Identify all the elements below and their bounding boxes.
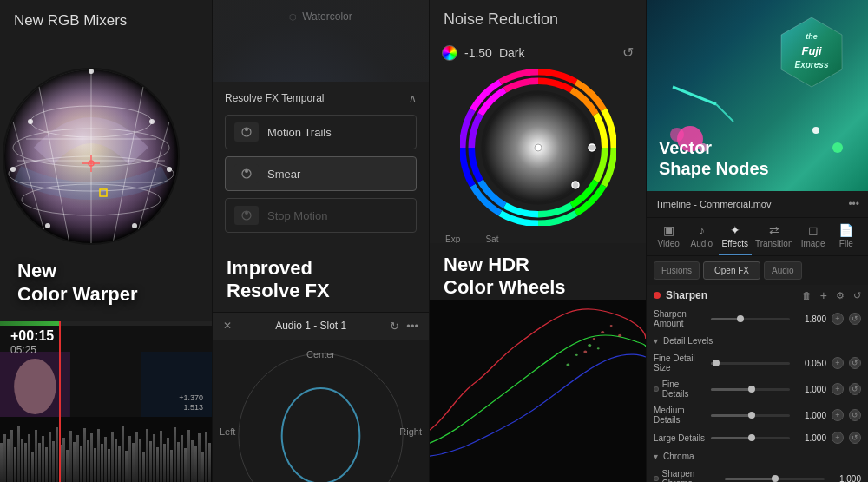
timeline-strip: +00:15 05:25 [0,321,212,482]
sharpen-amount-add-btn[interactable]: + [832,313,844,325]
noise-title-bar: Noise Reduction [430,0,646,39]
svg-rect-84 [184,448,187,482]
wheel-value: -1.50 [464,46,492,60]
sharpen-more-icon[interactable]: ↺ [853,290,861,301]
svg-point-123 [832,142,843,153]
surround-right-label: Right [399,426,422,437]
sharpen-settings-icon[interactable]: ⚙ [836,290,845,301]
svg-point-104 [535,144,542,151]
fine-details-add-btn[interactable]: + [832,383,844,395]
audio-close-btn[interactable]: ✕ [223,320,232,332]
sharpen-chroma-slider[interactable] [725,478,825,480]
timeline-bar[interactable] [0,321,212,326]
svg-point-16 [89,69,94,74]
svg-rect-33 [7,439,10,482]
sharpen-amount-slider[interactable] [711,318,790,320]
svg-point-111 [610,325,613,327]
medium-details-value: 1.000 [795,411,826,420]
medium-details-dot [748,412,755,419]
tab-video[interactable]: ▣ Video [652,218,685,255]
svg-rect-63 [111,432,114,482]
tab-file[interactable]: 📄 File [830,218,863,255]
waveform-area [0,417,212,482]
svg-point-122 [812,127,819,134]
audio-refresh-icon[interactable]: ↻ [390,320,399,333]
open-fx-btn[interactable]: Open FX [703,261,760,280]
fine-details-dot2 [748,386,755,393]
fuji-hex-svg: the Fuji Express [773,13,851,91]
svg-rect-73 [146,429,148,482]
sharpen-chroma-value: 1.000 [830,474,861,483]
svg-rect-62 [108,449,110,482]
fx-smear[interactable]: Smear [225,156,417,191]
fine-detail-size-row: Fine Detail Size 0.050 + ↺ [654,350,861,376]
wheel-reset-btn[interactable]: ↺ [622,44,634,61]
rgb-mixers-title: New RGB Mixers [14,12,127,29]
timeline-commercial-title: Timeline - Commercial.mov [655,199,771,209]
svg-rect-60 [101,444,103,482]
svg-rect-52 [73,442,76,482]
sharpen-amount-more-btn[interactable]: ↺ [849,313,861,325]
hdr-title-section: New HDR Color Wheels [430,243,646,300]
audio-more-icon[interactable]: ••• [406,320,418,333]
svg-rect-71 [139,439,141,482]
timeline-more-btn[interactable]: ••• [848,198,859,210]
svg-rect-80 [170,450,173,482]
tab-audio[interactable]: ♪ Audio [685,218,718,255]
thumb-2 [71,352,141,421]
svg-rect-45 [49,432,51,482]
exp-label: Exp [445,234,460,243]
tab-transition[interactable]: ⇄ Transition [752,218,797,255]
large-details-add-btn[interactable]: + [832,432,844,444]
svg-text:the: the [806,32,818,41]
timeline-time-sub: 05:25 [10,344,54,356]
medium-details-more-btn[interactable]: ↺ [849,409,861,421]
detail-levels-header[interactable]: ▾ Detail Levels [654,332,861,350]
stop-motion-label: Stop Motion [267,209,327,222]
fx-motion-trails[interactable]: Motion Trails [225,115,417,149]
svg-rect-53 [76,435,79,482]
svg-rect-44 [45,447,48,482]
audio-btn[interactable]: Audio [764,261,802,280]
medium-details-add-btn[interactable]: + [832,409,844,421]
large-details-fill [711,437,750,439]
sharpen-add-icon[interactable]: + [820,288,827,302]
sharpen-amount-value: 1.800 [795,314,826,324]
tab-audio-label: Audio [691,239,713,248]
large-details-slider[interactable] [711,437,790,439]
tab-effects[interactable]: ✦ Effects [719,218,752,255]
svg-rect-107 [430,300,646,482]
fx-collapse-icon[interactable]: ∧ [409,92,417,104]
surround-left-label: Left [220,426,235,437]
svg-rect-54 [80,446,82,482]
fine-detail-size-slider[interactable] [711,362,790,365]
watercolor-section: ⬡ Watercolor Resolve FX Temporal ∧ Motio… [213,0,429,243]
fx-list-box: Resolve FX Temporal ∧ Motion Trails [213,82,429,243]
sharpen-delete-icon[interactable]: 🗑 [802,290,812,300]
svg-rect-58 [94,448,96,482]
audio-header-controls: ↻ ••• [390,320,418,333]
svg-rect-40 [31,452,34,482]
svg-rect-38 [24,443,27,482]
medium-details-label: Medium Details [654,406,706,425]
wheel-preset: Dark [499,46,525,60]
large-details-more-btn[interactable]: ↺ [849,432,861,444]
fx-stop-motion[interactable]: Stop Motion [225,198,417,233]
fusions-btn[interactable]: Fusions [654,261,700,280]
svg-rect-87 [194,446,197,482]
timeline-bar-fill [0,321,59,326]
fine-details-more-btn[interactable]: ↺ [849,383,861,395]
fine-detail-size-add-btn[interactable]: + [832,357,844,369]
chroma-header[interactable]: ▾ Chroma [654,447,861,465]
medium-details-slider[interactable] [711,414,790,417]
surround-analyzer: Center Left Right [213,344,429,482]
color-wheel[interactable] [460,69,616,226]
svg-rect-79 [167,438,169,482]
fine-details-value: 1.000 [795,385,826,394]
fine-detail-size-more-btn[interactable]: ↺ [849,357,861,369]
svg-point-99 [282,388,360,482]
tab-image[interactable]: ◻ Image [796,218,829,255]
large-details-label: Large Details [654,433,706,443]
sharpen-label: Sharpen [666,289,797,301]
fine-details-slider[interactable] [711,388,790,391]
